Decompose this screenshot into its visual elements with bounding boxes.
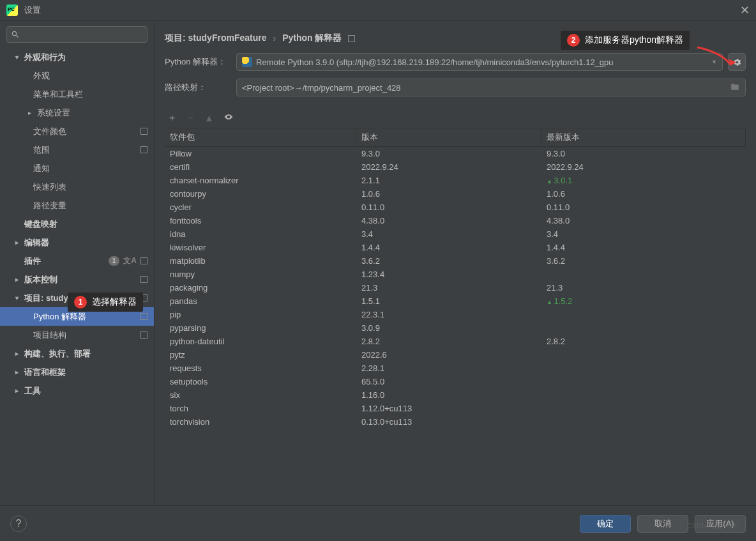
search-input[interactable] xyxy=(6,26,147,43)
tree-item[interactable]: 快速列表 xyxy=(0,178,154,196)
tree-item-label: 键盘映射 xyxy=(24,218,57,230)
pkg-latest: 1.4.4 xyxy=(541,241,746,254)
table-row[interactable]: charset-normalizer2.1.13.0.1 xyxy=(165,174,746,187)
table-row[interactable]: packaging21.321.3 xyxy=(165,281,746,294)
table-row[interactable]: torch1.12.0+cu113 xyxy=(165,402,746,415)
tree-item[interactable]: ▸系统设置 xyxy=(0,103,154,122)
table-row[interactable]: pandas1.5.11.5.2 xyxy=(165,294,746,308)
titlebar: 设置 ✕ xyxy=(0,0,756,21)
table-row[interactable]: pip22.3.1 xyxy=(165,308,746,321)
header-package[interactable]: 软件包 xyxy=(165,128,356,146)
breadcrumb-page: Python 解释器 xyxy=(282,33,342,44)
interpreter-value: Remote Python 3.9.0 (sftp://tjh@192.168.… xyxy=(256,57,614,67)
table-body[interactable]: Pillow9.3.09.3.0certifi2022.9.242022.9.2… xyxy=(165,147,746,505)
tree-item-label: Python 解释器 xyxy=(33,311,86,323)
package-toolbar: ＋ － ▲ xyxy=(165,108,746,128)
table-row[interactable]: idna3.43.4 xyxy=(165,227,746,241)
table-row[interactable]: cycler0.11.00.11.0 xyxy=(165,201,746,214)
pkg-version: 1.0.6 xyxy=(356,187,541,201)
table-row[interactable]: matplotlib3.6.23.6.2 xyxy=(165,254,746,268)
tree-item[interactable]: ▸构建、执行、部署 xyxy=(0,344,154,363)
pkg-latest xyxy=(541,415,746,429)
pkg-name: cycler xyxy=(165,201,356,214)
tree-item-label: 版本控制 xyxy=(24,274,57,286)
pkg-name: six xyxy=(165,388,356,402)
tree-item-label: 外观 xyxy=(33,70,50,82)
show-early-button[interactable] xyxy=(223,112,234,123)
table-row[interactable]: kiwisolver1.4.41.4.4 xyxy=(165,241,746,254)
table-row[interactable]: numpy1.23.4 xyxy=(165,268,746,281)
scope-icon xyxy=(140,331,147,339)
table-row[interactable]: python-dateutil2.8.22.8.2 xyxy=(165,335,746,348)
interpreter-field[interactable]: Remote Python 3.9.0 (sftp://tjh@192.168.… xyxy=(236,53,723,71)
path-label: 路径映射： xyxy=(165,82,236,93)
tree-item[interactable]: 项目结构 xyxy=(0,326,154,344)
tree-item[interactable]: 键盘映射 xyxy=(0,215,154,233)
table-row[interactable]: Pillow9.3.09.3.0 xyxy=(165,147,746,160)
tree-item-label: 范围 xyxy=(33,144,50,156)
pkg-version: 65.5.0 xyxy=(356,375,541,388)
chevron-icon: ▸ xyxy=(11,239,22,246)
upgrade-package-button[interactable]: ▲ xyxy=(204,112,214,123)
badge: 1 xyxy=(109,256,120,266)
cancel-button[interactable]: 取消 xyxy=(637,515,688,533)
sidebar: ▾外观和行为外观菜单和工具栏▸系统设置文件颜色范围通知快速列表路径变量键盘映射▸… xyxy=(0,21,155,505)
tree-item[interactable]: 菜单和工具栏 xyxy=(0,85,154,103)
tree-item-label: 编辑器 xyxy=(24,237,49,248)
tree-item[interactable]: ▸工具 xyxy=(0,381,154,400)
tree-item-label: 插件 xyxy=(24,255,41,267)
tree-item[interactable]: 插件1文A xyxy=(0,252,154,270)
table-row[interactable]: certifi2022.9.242022.9.24 xyxy=(165,160,746,174)
annotation-arrow xyxy=(696,46,741,72)
pkg-version: 1.12.0+cu113 xyxy=(356,402,541,415)
add-package-button[interactable]: ＋ xyxy=(167,112,177,124)
pkg-version: 3.0.9 xyxy=(356,321,541,335)
tree-item-label: 项目结构 xyxy=(33,330,66,341)
tree-item-label: 快速列表 xyxy=(33,181,66,193)
package-table: 软件包 版本 最新版本 Pillow9.3.09.3.0certifi2022.… xyxy=(165,128,746,505)
close-icon[interactable]: ✕ xyxy=(740,3,750,17)
path-field[interactable]: <Project root>→/tmp/pycharm_project_428 xyxy=(236,79,746,96)
pkg-name: contourpy xyxy=(165,187,356,201)
annotation-2-text: 添加服务器python解释器 xyxy=(585,34,683,46)
tree-item[interactable]: 路径变量 xyxy=(0,196,154,215)
tree-item[interactable]: ▾外观和行为 xyxy=(0,48,154,66)
pkg-name: pytz xyxy=(165,348,356,362)
table-row[interactable]: six1.16.0 xyxy=(165,388,746,402)
header-latest[interactable]: 最新版本 xyxy=(541,128,746,146)
tree-item[interactable]: 范围 xyxy=(0,141,154,159)
pkg-latest: 0.11.0 xyxy=(541,201,746,214)
pkg-version: 2022.6 xyxy=(356,348,541,362)
pkg-name: numpy xyxy=(165,268,356,281)
chevron-icon: ▸ xyxy=(11,369,22,376)
pkg-latest: 4.38.0 xyxy=(541,214,746,227)
folder-icon xyxy=(730,82,740,93)
tree-item[interactable]: 文件颜色 xyxy=(0,122,154,141)
app-icon xyxy=(6,4,18,16)
table-row[interactable]: pytz2022.6 xyxy=(165,348,746,362)
scope-icon xyxy=(140,276,147,283)
table-row[interactable]: setuptools65.5.0 xyxy=(165,375,746,388)
tree-item-label: 外观和行为 xyxy=(24,52,66,63)
remove-package-button[interactable]: － xyxy=(186,112,195,124)
tree-item[interactable]: ▸语言和框架 xyxy=(0,363,154,381)
ok-button[interactable]: 确定 xyxy=(580,515,631,533)
tree-item[interactable]: ▸版本控制 xyxy=(0,270,154,289)
help-button[interactable]: ? xyxy=(10,515,27,532)
tree-item[interactable]: ▸编辑器 xyxy=(0,233,154,252)
breadcrumb-project: 项目: studyFromFeature xyxy=(165,33,266,44)
table-row[interactable]: fonttools4.38.04.38.0 xyxy=(165,214,746,227)
tree-item[interactable]: 外观 xyxy=(0,66,154,85)
tree-item[interactable]: 通知 xyxy=(0,159,154,178)
pkg-version: 2.1.1 xyxy=(356,174,541,187)
table-row[interactable]: torchvision0.13.0+cu113 xyxy=(165,415,746,429)
pkg-name: pandas xyxy=(165,294,356,308)
apply-button[interactable]: 应用(A) xyxy=(695,515,746,533)
table-row[interactable]: requests2.28.1 xyxy=(165,362,746,375)
tree-item-label: 构建、执行、部署 xyxy=(24,348,91,360)
header-version[interactable]: 版本 xyxy=(356,128,541,146)
pkg-latest: 1.0.6 xyxy=(541,187,746,201)
table-row[interactable]: pyparsing3.0.9 xyxy=(165,321,746,335)
table-row[interactable]: contourpy1.0.61.0.6 xyxy=(165,187,746,201)
pkg-name: torch xyxy=(165,402,356,415)
